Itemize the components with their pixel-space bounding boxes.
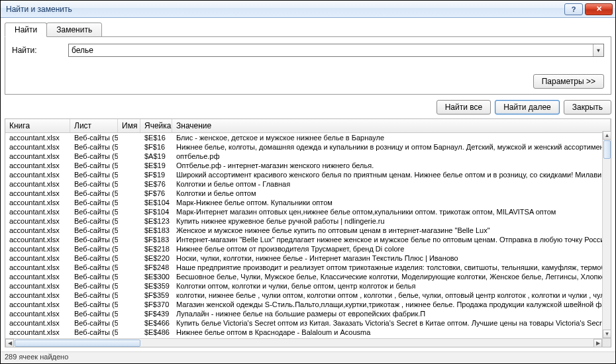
vscroll-thumb[interactable] xyxy=(603,140,611,159)
find-panel: Найти: ▼ Параметры >> xyxy=(5,36,611,95)
cell-cell: $E$218 xyxy=(140,244,172,253)
cell-cell: $F$16 xyxy=(140,142,172,152)
dropdown-icon[interactable]: ▼ xyxy=(593,44,603,56)
cell-book: accountant.xlsx xyxy=(5,216,70,226)
table-row[interactable]: accountant.xlsxВеб-сайты (5)$E$76Колготк… xyxy=(5,179,611,189)
table-row[interactable]: accountant.xlsxВеб-сайты (5)$F$16Нижнее … xyxy=(5,142,611,152)
col-name[interactable]: Имя xyxy=(118,119,140,132)
find-input[interactable] xyxy=(69,44,593,56)
table-row[interactable]: accountant.xlsxВеб-сайты (5)$E$104Марк-Н… xyxy=(5,198,611,207)
cell-cell: $F$76 xyxy=(140,189,172,198)
cell-sheet: Веб-сайты (5) xyxy=(70,142,118,152)
cell-cell: $E$359 xyxy=(140,281,172,291)
cell-value: Марк-Интернет магазин оптовых цен,нижнее… xyxy=(172,207,611,216)
find-combo[interactable]: ▼ xyxy=(68,44,604,57)
cell-cell: $E$183 xyxy=(140,226,172,235)
cell-name xyxy=(118,142,140,152)
cell-value: Оптбелье.рф - интернет-магазин женского … xyxy=(172,161,611,170)
cell-sheet: Веб-сайты (5) xyxy=(70,235,118,244)
cell-cell: $E$16 xyxy=(140,133,172,142)
cell-value: Лупалайн - нижнее белье на большие разме… xyxy=(172,309,611,318)
hscroll-thumb[interactable] xyxy=(15,340,140,347)
status-text: 289 ячеек найдено xyxy=(5,353,68,361)
cell-book: accountant.xlsx xyxy=(5,226,70,235)
cell-book: accountant.xlsx xyxy=(5,244,70,253)
table-row[interactable]: accountant.xlsxВеб-сайты (5)$E$16Блис - … xyxy=(5,133,611,142)
table-row[interactable]: accountant.xlsxВеб-сайты (5)$E$466Купить… xyxy=(5,318,611,328)
cell-book: accountant.xlsx xyxy=(5,328,70,337)
cell-cell: $E$220 xyxy=(140,253,172,263)
table-row[interactable]: accountant.xlsxВеб-сайты (5)$E$123Купить… xyxy=(5,216,611,226)
close-button[interactable]: Закрыть xyxy=(564,100,611,114)
cell-sheet: Веб-сайты (5) xyxy=(70,281,118,291)
cell-name xyxy=(118,300,140,309)
table-row[interactable]: accountant.xlsxВеб-сайты (5)$F$19Широкий… xyxy=(5,170,611,179)
col-book[interactable]: Книга xyxy=(5,119,70,132)
vertical-scrollbar[interactable]: ▲ ▼ xyxy=(602,131,611,338)
cell-sheet: Веб-сайты (5) xyxy=(70,309,118,318)
cell-name xyxy=(118,272,140,281)
cell-book: accountant.xlsx xyxy=(5,300,70,309)
table-row[interactable]: accountant.xlsxВеб-сайты (5)$E$19Оптбель… xyxy=(5,161,611,170)
find-all-button[interactable]: Найти все xyxy=(436,100,491,114)
cell-book: accountant.xlsx xyxy=(5,318,70,328)
scroll-left-icon[interactable]: ◀ xyxy=(5,339,14,347)
table-row[interactable]: accountant.xlsxВеб-сайты (5)$F$439Лупала… xyxy=(5,309,611,318)
window-close-button[interactable]: ✕ xyxy=(585,3,613,15)
col-value[interactable]: Значение xyxy=(172,119,611,132)
help-button[interactable]: ? xyxy=(564,3,583,15)
col-sheet[interactable]: Лист xyxy=(70,119,118,132)
cell-value: Колготки и белье оптом - Главная xyxy=(172,179,611,189)
horizontal-scrollbar[interactable]: ◀ ▶ xyxy=(5,338,602,347)
table-row[interactable]: accountant.xlsxВеб-сайты (5)$E$183Женско… xyxy=(5,226,611,235)
col-cell[interactable]: Ячейка xyxy=(140,119,172,132)
table-row[interactable]: accountant.xlsxВеб-сайты (5)$E$359Колгот… xyxy=(5,281,611,291)
cell-sheet: Веб-сайты (5) xyxy=(70,226,118,235)
table-row[interactable]: accountant.xlsxВеб-сайты (5)$E$300Бесшов… xyxy=(5,272,611,281)
cell-cell: $F$19 xyxy=(140,170,172,179)
scroll-corner xyxy=(602,338,611,347)
tabstrip: Найти Заменить xyxy=(5,22,611,36)
cell-book: accountant.xlsx xyxy=(5,170,70,179)
table-row[interactable]: accountant.xlsxВеб-сайты (5)$F$370Магази… xyxy=(5,300,611,309)
cell-value: Широкий ассортимент красивого женского б… xyxy=(172,170,611,179)
grid-body: accountant.xlsxВеб-сайты (5)$E$16Блис - … xyxy=(5,133,611,347)
cell-cell: $E$123 xyxy=(140,216,172,226)
table-row[interactable]: accountant.xlsxВеб-сайты (5)$F$248Наше п… xyxy=(5,263,611,272)
table-row[interactable]: accountant.xlsxВеб-сайты (5)$E$218Нижнее… xyxy=(5,244,611,253)
scroll-down-icon[interactable]: ▼ xyxy=(603,330,611,338)
cell-sheet: Веб-сайты (5) xyxy=(70,253,118,263)
cell-value: Купить нижнее кружевное белье ручной раб… xyxy=(172,216,611,226)
find-next-button[interactable]: Найти далее xyxy=(495,100,560,114)
cell-value: Марк-Нижнее белье оптом. Купальники опто… xyxy=(172,198,611,207)
table-row[interactable]: accountant.xlsxВеб-сайты (5)$F$359колгот… xyxy=(5,291,611,300)
cell-value: Наше предприятие производит и реализует … xyxy=(172,263,611,272)
cell-cell: $E$19 xyxy=(140,161,172,170)
cell-value: Интернет-магазин "Belle Lux" предлагает … xyxy=(172,235,611,244)
cell-name xyxy=(118,152,140,161)
cell-name xyxy=(118,244,140,253)
tab-find[interactable]: Найти xyxy=(5,23,47,37)
cell-sheet: Веб-сайты (5) xyxy=(70,179,118,189)
cell-book: accountant.xlsx xyxy=(5,253,70,263)
cell-name xyxy=(118,133,140,142)
cell-sheet: Веб-сайты (5) xyxy=(70,216,118,226)
cell-book: accountant.xlsx xyxy=(5,152,70,161)
table-row[interactable]: accountant.xlsxВеб-сайты (5)$A$19оптбель… xyxy=(5,152,611,161)
scroll-right-icon[interactable]: ▶ xyxy=(593,339,602,347)
cell-book: accountant.xlsx xyxy=(5,281,70,291)
options-button[interactable]: Параметры >> xyxy=(533,74,604,89)
cell-sheet: Веб-сайты (5) xyxy=(70,291,118,300)
table-row[interactable]: accountant.xlsxВеб-сайты (5)$E$220Носки,… xyxy=(5,253,611,263)
scroll-up-icon[interactable]: ▲ xyxy=(603,131,611,140)
table-row[interactable]: accountant.xlsxВеб-сайты (5)$E$486Нижнее… xyxy=(5,328,611,337)
table-row[interactable]: accountant.xlsxВеб-сайты (5)$F$104Марк-И… xyxy=(5,207,611,216)
cell-name xyxy=(118,263,140,272)
table-row[interactable]: accountant.xlsxВеб-сайты (5)$F$183Интерн… xyxy=(5,235,611,244)
titlebar: Найти и заменить ? ✕ xyxy=(1,1,615,18)
cell-name xyxy=(118,207,140,216)
table-row[interactable]: accountant.xlsxВеб-сайты (5)$F$76Колготк… xyxy=(5,189,611,198)
cell-name xyxy=(118,328,140,337)
tab-replace[interactable]: Заменить xyxy=(46,23,102,37)
cell-book: accountant.xlsx xyxy=(5,179,70,189)
